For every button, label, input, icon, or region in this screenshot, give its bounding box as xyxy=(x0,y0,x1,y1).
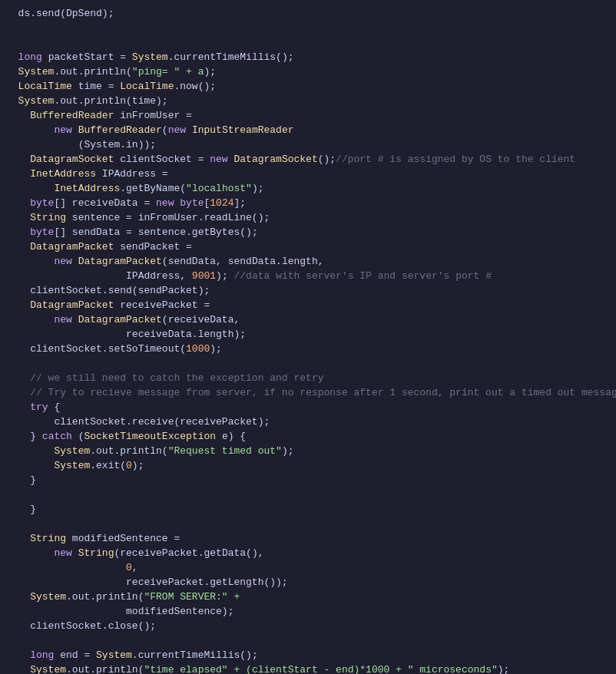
code-line: InetAddress IPAddress = xyxy=(0,168,616,183)
line-content: } catch (SocketTimeoutException e) { xyxy=(0,431,610,442)
code-line xyxy=(0,358,616,372)
line-content: receivePacket.getLength()); xyxy=(0,577,610,588)
code-line: byte[] receiveData = new byte[1024]; xyxy=(0,197,616,212)
line-content: System.exit(0); xyxy=(0,460,610,471)
line-content: new String(receivePacket.getData(), xyxy=(0,547,610,559)
line-content xyxy=(0,22,610,34)
line-content xyxy=(0,489,610,501)
line-content: ds.send(DpSend); xyxy=(0,8,610,19)
line-content: System.out.println("time elapsed" + (cli… xyxy=(0,664,610,674)
code-line: byte[] sendData = sentence.getBytes(); xyxy=(0,226,616,241)
line-content: System.out.println("FROM SERVER:" + xyxy=(0,591,610,603)
line-content: DatagramPacket receivePacket = xyxy=(0,299,610,311)
line-content xyxy=(0,635,610,646)
line-content xyxy=(0,37,610,48)
code-line: LocalTime time = LocalTime.now(); xyxy=(0,81,616,95)
code-line xyxy=(0,489,616,504)
line-content xyxy=(0,518,610,530)
line-content: (System.in)); xyxy=(0,139,610,150)
line-content: clientSocket.close(); xyxy=(0,620,610,632)
code-line xyxy=(0,22,616,37)
line-content: LocalTime time = LocalTime.now(); xyxy=(0,81,610,92)
line-content: DatagramPacket sendPacket = xyxy=(0,241,610,253)
line-content: try { xyxy=(0,401,610,413)
code-line: DatagramPacket sendPacket = xyxy=(0,241,616,256)
line-content: clientSocket.receive(receivePacket); xyxy=(0,416,610,428)
line-content xyxy=(0,358,610,369)
code-line: new DatagramPacket(sendData, sendData.le… xyxy=(0,256,616,270)
line-content: DatagramSocket clientSocket = new Datagr… xyxy=(0,154,610,165)
line-content: InetAddress.getByName("localhost"); xyxy=(0,183,610,194)
line-content: InetAddress IPAddress = xyxy=(0,168,610,180)
line-content: System.out.println(time); xyxy=(0,95,610,107)
code-line xyxy=(0,635,616,649)
code-line xyxy=(0,37,616,51)
line-content: } xyxy=(0,504,610,515)
line-content: String modifiedSentence = xyxy=(0,533,610,544)
code-line: clientSocket.close(); xyxy=(0,620,616,635)
line-content: new DatagramPacket(receiveData, xyxy=(0,314,610,325)
line-content: receiveData.length); xyxy=(0,329,610,340)
code-line: } xyxy=(0,504,616,518)
line-content: modifiedSentence); xyxy=(0,606,610,617)
line-content: new BufferedReader(new InputStreamReader xyxy=(0,124,610,136)
code-line: 0, xyxy=(0,562,616,577)
code-line: } xyxy=(0,474,616,489)
code-line: // Try to recieve message from server, i… xyxy=(0,387,616,401)
code-editor: ds.send(DpSend); long packetStart = Syst… xyxy=(0,0,616,674)
code-line: try { xyxy=(0,401,616,416)
line-content: long end = System.currentTimeMillis(); xyxy=(0,649,610,661)
code-line: DatagramSocket clientSocket = new Datagr… xyxy=(0,154,616,168)
code-line: modifiedSentence); xyxy=(0,606,616,620)
code-line: long packetStart = System.currentTimeMil… xyxy=(0,51,616,66)
line-content: byte[] sendData = sentence.getBytes(); xyxy=(0,226,610,238)
line-content: } xyxy=(0,474,610,486)
code-line: ds.send(DpSend); xyxy=(0,8,616,22)
code-line: System.out.println("FROM SERVER:" + xyxy=(0,591,616,606)
code-line: (System.in)); xyxy=(0,139,616,154)
code-line: } catch (SocketTimeoutException e) { xyxy=(0,431,616,445)
code-line: new DatagramPacket(receiveData, xyxy=(0,314,616,329)
code-line xyxy=(0,518,616,533)
line-content: byte[] receiveData = new byte[1024]; xyxy=(0,197,610,209)
code-line: new BufferedReader(new InputStreamReader xyxy=(0,124,616,139)
line-content: IPAddress, 9001); //data with server's I… xyxy=(0,270,610,282)
line-content: clientSocket.setSoTimeout(1000); xyxy=(0,343,610,355)
code-line: clientSocket.setSoTimeout(1000); xyxy=(0,343,616,358)
code-line: clientSocket.receive(receivePacket); xyxy=(0,416,616,431)
code-line: System.exit(0); xyxy=(0,460,616,474)
line-content: new DatagramPacket(sendData, sendData.le… xyxy=(0,256,610,267)
code-line: // we still need to catch the exception … xyxy=(0,372,616,387)
line-content: clientSocket.send(sendPacket); xyxy=(0,285,610,296)
line-content: long packetStart = System.currentTimeMil… xyxy=(0,51,610,63)
code-line: clientSocket.send(sendPacket); xyxy=(0,285,616,299)
line-content: // we still need to catch the exception … xyxy=(0,372,610,384)
code-line: BufferedReader inFromUser = xyxy=(0,110,616,124)
line-content: BufferedReader inFromUser = xyxy=(0,110,610,121)
code-line: long end = System.currentTimeMillis(); xyxy=(0,649,616,664)
code-line: System.out.println(time); xyxy=(0,95,616,110)
line-content: // Try to recieve message from server, i… xyxy=(0,387,616,398)
code-line: DatagramPacket receivePacket = xyxy=(0,299,616,314)
line-content: System.out.println("ping= " + a); xyxy=(0,66,610,78)
code-line: System.out.println("time elapsed" + (cli… xyxy=(0,664,616,674)
code-line: String sentence = inFromUser.readLine(); xyxy=(0,212,616,226)
code-line: new String(receivePacket.getData(), xyxy=(0,547,616,562)
code-line: String modifiedSentence = xyxy=(0,533,616,547)
code-line: InetAddress.getByName("localhost"); xyxy=(0,183,616,197)
code-line: receivePacket.getLength()); xyxy=(0,577,616,591)
code-line: receiveData.length); xyxy=(0,329,616,343)
line-content: 0, xyxy=(0,562,610,573)
line-content: String sentence = inFromUser.readLine(); xyxy=(0,212,610,223)
code-line: IPAddress, 9001); //data with server's I… xyxy=(0,270,616,285)
code-line: System.out.println("ping= " + a); xyxy=(0,66,616,81)
line-content: System.out.println("Request timed out"); xyxy=(0,445,610,457)
code-line: System.out.println("Request timed out"); xyxy=(0,445,616,460)
